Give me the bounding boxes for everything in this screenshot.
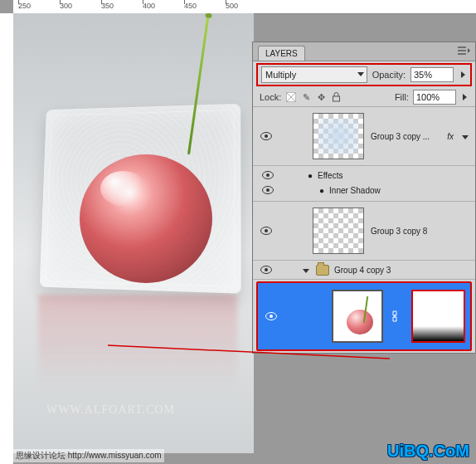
lock-brush-icon[interactable]: ✎: [300, 91, 312, 103]
lock-icons: ✎ ✥: [285, 91, 342, 103]
opacity-slider-icon[interactable]: [459, 68, 467, 81]
svg-rect-1: [333, 96, 339, 101]
visibility-toggle[interactable]: [263, 312, 279, 320]
footer-copyright: 思缘设计论坛 http://www.missyuan.com: [13, 449, 164, 462]
layers-panel: LAYERS Multiply Opacity: 35% Lock: ✎ ✥ F…: [252, 42, 476, 354]
svg-point-13: [270, 315, 273, 318]
visibility-toggle[interactable]: [258, 266, 274, 274]
ruler-tick: 400: [143, 2, 155, 10]
brand-watermark: UiBQ.CoM: [387, 442, 469, 461]
fill-value: 100%: [416, 92, 440, 102]
visibility-toggle[interactable]: [258, 132, 274, 140]
ruler-tick: 350: [101, 2, 114, 10]
layer-row[interactable]: Group 3 copy ... fx: [253, 107, 475, 166]
ruler-tick: 250: [18, 2, 31, 10]
watermark-url: WWW.ALFOART.COM: [46, 403, 175, 417]
visibility-toggle[interactable]: [260, 171, 276, 179]
lock-fill-row: Lock: ✎ ✥ Fill: 100%: [253, 88, 475, 107]
lock-move-icon[interactable]: ✥: [315, 91, 327, 103]
blend-opacity-row: Multiply Opacity: 35%: [256, 63, 472, 86]
layer-effects: ● Effects ● Inner Shadow: [253, 166, 475, 202]
layer-group-row[interactable]: Group 4 copy 3: [253, 261, 475, 280]
layer-row-selected[interactable]: [256, 281, 472, 351]
visibility-toggle[interactable]: [258, 227, 274, 235]
ruler-horizontal: 250 300 350 400 450 500: [13, 0, 476, 14]
fx-badge[interactable]: fx: [447, 132, 454, 141]
ruler-tick: 500: [226, 2, 238, 10]
fill-slider-icon[interactable]: [460, 90, 469, 104]
layer-thumbnail[interactable]: [313, 113, 364, 159]
layer-mask-thumbnail[interactable]: [411, 290, 465, 343]
chevron-down-icon: [357, 72, 364, 76]
svg-point-9: [265, 229, 268, 232]
lock-all-icon[interactable]: [330, 91, 342, 103]
lock-label: Lock:: [260, 92, 281, 102]
layer-thumbnail[interactable]: [313, 208, 364, 254]
opacity-label: Opacity:: [372, 70, 406, 80]
group-expand-icon[interactable]: [303, 266, 311, 275]
layer-row[interactable]: Group 3 copy 8: [253, 202, 475, 261]
folder-icon: [316, 265, 329, 276]
document-canvas[interactable]: WWW.ALFOART.COM: [13, 13, 254, 453]
opacity-value: 35%: [414, 70, 432, 80]
svg-point-5: [266, 173, 270, 177]
visibility-toggle[interactable]: [260, 186, 276, 194]
mask-link-icon[interactable]: [391, 310, 398, 322]
ruler-tick: 450: [184, 2, 197, 10]
svg-point-3: [265, 134, 268, 138]
effect-inner-shadow[interactable]: Inner Shadow: [329, 186, 381, 195]
fill-field[interactable]: 100%: [413, 90, 456, 105]
panel-tabbar: LAYERS: [253, 42, 475, 61]
ruler-tick: 300: [60, 2, 72, 10]
ruler-vertical: [0, 13, 14, 464]
svg-point-11: [265, 268, 268, 271]
lock-transparent-icon[interactable]: [285, 91, 297, 103]
effects-header[interactable]: Effects: [318, 171, 342, 180]
svg-point-7: [266, 188, 270, 192]
blend-mode-dropdown[interactable]: Multiply: [261, 66, 367, 83]
layers-list: Group 3 copy ... fx ● Effects ● Inner Sh…: [253, 107, 475, 351]
fill-label: Fill:: [395, 92, 409, 102]
blend-mode-value: Multiply: [265, 70, 296, 80]
layer-thumbnail[interactable]: [332, 290, 383, 343]
layer-name[interactable]: Group 3 copy 8: [371, 227, 470, 236]
panel-menu-icon[interactable]: [457, 46, 470, 56]
opacity-field[interactable]: 35%: [410, 67, 454, 82]
effects-collapse-icon[interactable]: [462, 131, 470, 141]
layer-name[interactable]: Group 3 copy ...: [371, 132, 440, 141]
cherry: [80, 154, 212, 283]
group-name[interactable]: Group 4 copy 3: [334, 266, 391, 275]
tab-layers[interactable]: LAYERS: [258, 46, 305, 61]
